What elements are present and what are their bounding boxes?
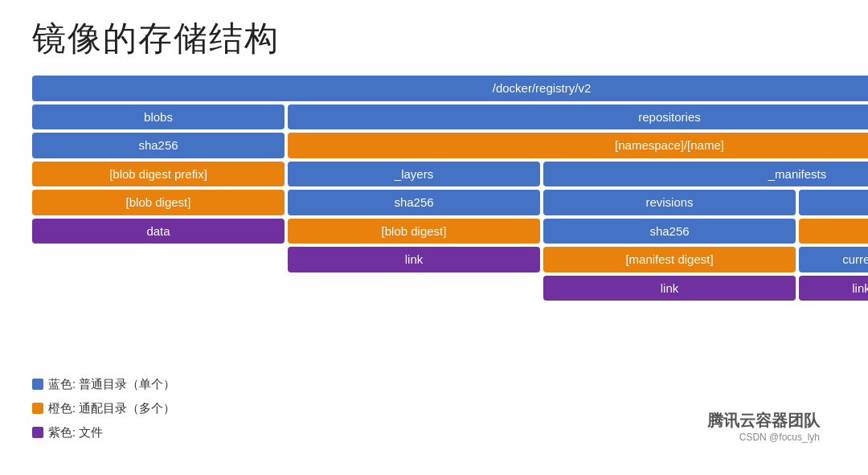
tag-name: [tag]: [799, 219, 868, 244]
namespace: [namespace]/[name]: [288, 133, 868, 158]
legend-purple-dot: [32, 427, 43, 438]
current-link: link: [799, 276, 868, 301]
legend-purple-label: 紫色: 文件: [48, 420, 103, 444]
diagram-area: /docker/registry/v2blobsrepositoriessha2…: [32, 76, 836, 358]
rev-sha256: sha256: [543, 219, 796, 244]
manifest-digest: [manifest digest]: [543, 247, 796, 272]
manifests: _manifests: [543, 162, 868, 187]
repositories: repositories: [288, 104, 868, 130]
legend-blue-label: 蓝色: 普通目录（单个）: [48, 372, 175, 396]
layers-link: link: [288, 247, 540, 272]
layers-sha256: sha256: [288, 190, 540, 215]
page-title: 镜像的存储结构: [32, 16, 836, 61]
legend-blue-dot: [32, 379, 43, 390]
blobs: blobs: [32, 104, 285, 130]
data: data: [32, 219, 285, 244]
root: /docker/registry/v2: [32, 76, 868, 101]
legend-blue: 蓝色: 普通目录（单个）: [32, 372, 836, 396]
legend-orange-dot: [32, 403, 43, 414]
blob-digest-prefix: [blob digest prefix]: [32, 162, 285, 187]
watermark-sub: CSDN @focus_lyh: [739, 432, 820, 443]
revisions: revisions: [543, 190, 796, 215]
blobs-sha256: sha256: [32, 133, 285, 158]
current: current: [799, 247, 868, 272]
rev-link: link: [543, 276, 796, 301]
layers-blob-digest: [blob digest]: [288, 219, 540, 244]
legend-orange-label: 橙色: 通配目录（多个）: [48, 396, 175, 420]
watermark-brand: 腾讯云容器团队: [707, 410, 820, 432]
tags: tags: [799, 190, 868, 215]
watermark: 腾讯云容器团队 CSDN @focus_lyh: [707, 410, 820, 443]
blob-digest: [blob digest]: [32, 190, 285, 215]
diagram-grid: /docker/registry/v2blobsrepositoriessha2…: [32, 76, 836, 358]
layers: _layers: [288, 162, 540, 187]
